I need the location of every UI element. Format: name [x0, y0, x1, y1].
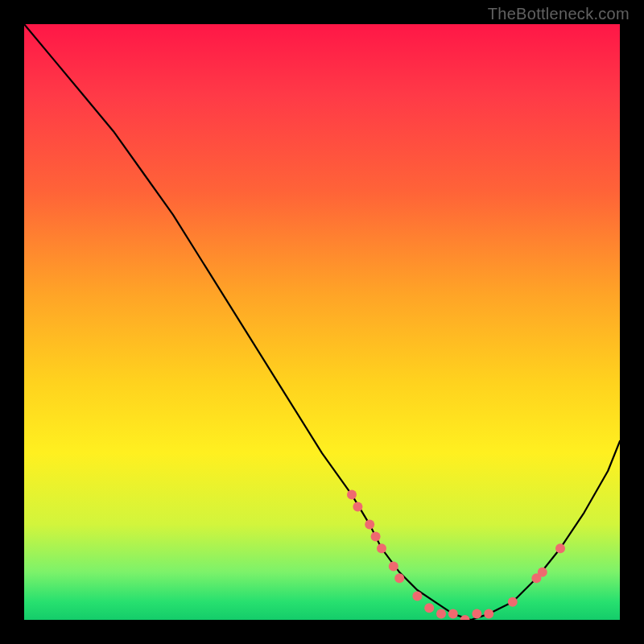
- marker-cluster-left-mid: [365, 520, 374, 530]
- marker-valley-left: [412, 591, 422, 601]
- marker-valley-right: [472, 609, 481, 619]
- marker-rise-low: [508, 597, 518, 607]
- marker-cluster-left-mid: [377, 543, 386, 553]
- plot-svg: [24, 24, 620, 620]
- marker-valley-bottom: [436, 609, 446, 619]
- marker-cluster-left-mid: [371, 531, 381, 541]
- marker-rise-mid: [538, 568, 547, 577]
- marker-valley-right: [484, 609, 493, 619]
- marker-cluster-left-low: [389, 561, 398, 571]
- marker-cluster-left-upper: [353, 502, 362, 511]
- marker-valley-bottom: [448, 609, 458, 619]
- watermark-label: TheBottleneck.com: [488, 5, 630, 23]
- plot-area: [24, 24, 620, 620]
- chart-container: TheBottleneck.com: [0, 0, 644, 644]
- marker-cluster-left-upper: [347, 490, 357, 500]
- marker-rise-high: [555, 543, 565, 553]
- marker-valley-left: [424, 603, 434, 613]
- marker-cluster-left-low: [394, 573, 404, 583]
- marker-valley-bottom: [460, 615, 470, 620]
- marker-dots: [347, 490, 565, 620]
- bottleneck-curve: [24, 24, 620, 620]
